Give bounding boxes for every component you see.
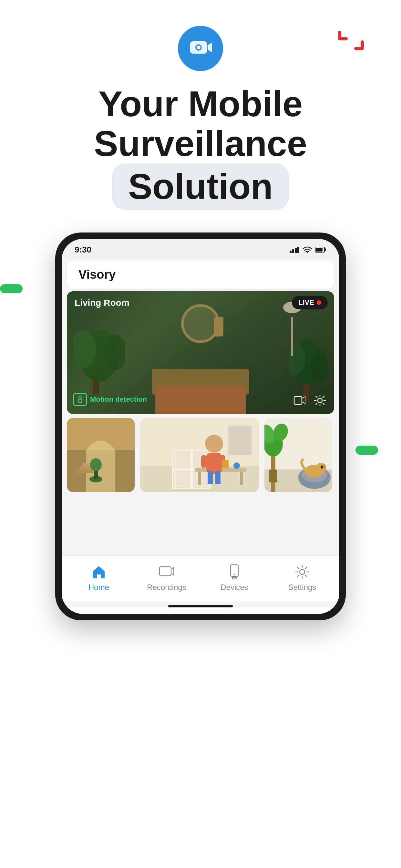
- nav-recordings[interactable]: Recordings: [141, 563, 192, 592]
- phone-content-blank: [62, 497, 339, 555]
- svg-rect-49: [215, 471, 220, 484]
- svg-rect-47: [206, 453, 222, 474]
- devices-icon: [226, 563, 243, 580]
- thumbnails-row: [62, 418, 339, 497]
- svg-rect-45: [240, 472, 243, 485]
- motion-detection-bar: Motion detection: [73, 393, 147, 406]
- svg-point-8: [307, 252, 308, 253]
- svg-rect-39: [174, 452, 190, 468]
- svg-rect-4: [289, 251, 291, 253]
- svg-point-25: [318, 398, 322, 403]
- svg-rect-23: [294, 397, 302, 404]
- settings-svg-icon: [294, 563, 311, 580]
- courtyard-scene: [67, 418, 135, 492]
- settings-nav-icon: [294, 563, 311, 580]
- app-icon: [178, 26, 223, 71]
- svg-rect-60: [269, 469, 277, 483]
- nav-devices[interactable]: Devices: [209, 563, 260, 592]
- svg-point-66: [320, 466, 323, 469]
- thumb-courtyard[interactable]: [67, 418, 135, 492]
- svg-rect-44: [198, 472, 201, 485]
- svg-point-22: [79, 396, 81, 399]
- svg-rect-7: [297, 247, 299, 253]
- app-name: Visory: [79, 268, 116, 281]
- svg-rect-6: [295, 248, 297, 253]
- svg-marker-24: [302, 397, 305, 404]
- bottom-nav: Home Recordings: [62, 555, 339, 601]
- nav-devices-label: Devices: [220, 583, 248, 592]
- wifi-icon: [303, 246, 312, 253]
- live-dot: [317, 300, 321, 305]
- hero-title: Your Mobile Surveillance Solution: [74, 84, 327, 210]
- red-bracket-icon: [336, 29, 366, 55]
- svg-rect-50: [201, 455, 206, 468]
- record-button[interactable]: [291, 393, 307, 408]
- app-header: Visory: [67, 260, 334, 289]
- nav-home-label: Home: [89, 583, 109, 592]
- phone-mockup: 9:30: [55, 232, 346, 620]
- signal-icon: [289, 246, 300, 253]
- camera-icon: [188, 35, 213, 61]
- status-time: 9:30: [74, 245, 91, 255]
- camera-room-label: Living Room: [74, 298, 129, 308]
- live-text: LIVE: [298, 299, 314, 307]
- svg-marker-1: [208, 42, 212, 52]
- svg-rect-10: [325, 248, 326, 251]
- status-icons: [289, 246, 327, 253]
- nav-bottom-spacer: [62, 608, 339, 614]
- svg-rect-48: [208, 471, 213, 484]
- recordings-svg-icon: [158, 563, 175, 580]
- svg-rect-41: [174, 471, 190, 487]
- svg-rect-37: [228, 426, 251, 455]
- home-indicator: [168, 605, 233, 608]
- home-svg-icon: [90, 563, 107, 580]
- pet-room-scene: [265, 418, 332, 492]
- home-icon: [90, 563, 107, 580]
- svg-point-46: [205, 435, 223, 453]
- settings-icon: [313, 394, 327, 407]
- child-room-scene: [140, 418, 259, 492]
- motion-icon: [73, 393, 87, 406]
- svg-rect-5: [292, 249, 294, 253]
- nav-recordings-label: Recordings: [147, 583, 186, 592]
- devices-svg-icon: [226, 563, 243, 580]
- phone-inner: 9:30: [62, 239, 339, 614]
- svg-rect-67: [159, 567, 171, 576]
- live-badge: LIVE: [292, 296, 328, 309]
- svg-point-53: [234, 462, 240, 469]
- svg-point-3: [197, 45, 201, 50]
- motion-figure-icon: [76, 395, 84, 404]
- svg-point-73: [300, 569, 305, 575]
- thumb-child-room[interactable]: [140, 418, 259, 492]
- nav-settings[interactable]: Settings: [276, 563, 328, 592]
- hero-section: Your Mobile Surveillance Solution 9:30: [0, 0, 401, 620]
- recordings-icon: [158, 563, 175, 580]
- phone-outer: 9:30: [55, 232, 346, 620]
- status-bar: 9:30: [62, 239, 339, 258]
- svg-rect-28: [76, 469, 93, 473]
- thumb-pet-room[interactable]: [265, 418, 332, 492]
- svg-rect-52: [222, 460, 228, 468]
- camera-feed[interactable]: Living Room LIVE Motion det: [67, 291, 334, 414]
- svg-point-33: [90, 458, 102, 471]
- settings-button[interactable]: [312, 393, 328, 408]
- record-icon: [293, 394, 306, 407]
- battery-icon: [315, 246, 327, 253]
- svg-point-72: [234, 574, 235, 575]
- nav-home[interactable]: Home: [73, 563, 125, 592]
- nav-settings-label: Settings: [288, 583, 316, 592]
- indicator-right: [356, 445, 378, 455]
- svg-rect-11: [315, 248, 322, 252]
- camera-controls: [291, 393, 328, 408]
- indicator-left: [0, 284, 23, 293]
